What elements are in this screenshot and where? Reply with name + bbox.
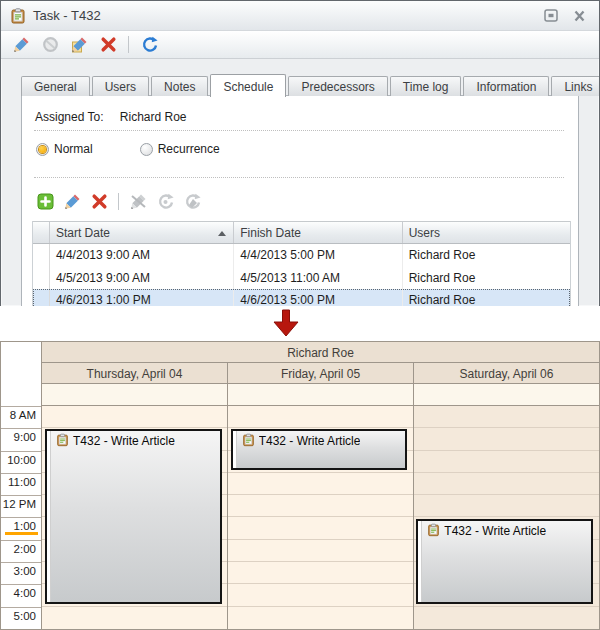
- allday-cell[interactable]: [414, 384, 599, 406]
- assigned-to-label: Assigned To:: [35, 110, 104, 124]
- radio-recurrence[interactable]: Recurrence: [140, 142, 220, 156]
- scheduler-day-view: 8 AM9:0010:0011:0012 PM1:002:003:004:005…: [0, 341, 600, 630]
- time-slot-cell[interactable]: [414, 495, 599, 517]
- day-column: Friday, April 05: [227, 363, 413, 629]
- column-header-label: Users: [409, 226, 440, 240]
- time-slot-cell[interactable]: [228, 495, 413, 517]
- column-header-users[interactable]: Users: [403, 222, 570, 243]
- tab-links[interactable]: Links: [551, 76, 600, 96]
- appointment[interactable]: T432 - Write Article: [416, 519, 593, 604]
- delete-button[interactable]: [98, 35, 118, 55]
- cancel-button[interactable]: [40, 35, 60, 55]
- edit-icon: [13, 36, 30, 53]
- edit-recurrence-icon: [184, 193, 201, 210]
- allday-cell[interactable]: [228, 384, 413, 406]
- tab-time-log[interactable]: Time log: [390, 76, 462, 96]
- edit-button[interactable]: [63, 192, 81, 210]
- task-dialog-window: Task - T432 GeneralUsersNotesSchedulePre…: [0, 0, 600, 306]
- table-row[interactable]: 4/5/2013 9:00 AM4/5/2013 11:00 AMRichard…: [33, 267, 570, 290]
- radio-circle-icon: [140, 143, 153, 156]
- time-slot-cell[interactable]: [414, 428, 599, 450]
- allday-cell[interactable]: [42, 384, 227, 406]
- cell: 4/6/2013 1:00 PM: [50, 289, 234, 306]
- tab-users[interactable]: Users: [92, 76, 149, 96]
- time-slot-cell[interactable]: [228, 562, 413, 584]
- detach-icon: [130, 193, 147, 210]
- flow-down-arrow-icon: [272, 309, 300, 337]
- schedule-mode-radio-group: NormalRecurrence: [36, 142, 267, 156]
- time-ruler-label: 12 PM: [1, 495, 41, 517]
- edit-button[interactable]: [11, 35, 31, 55]
- time-ruler-label: 5:00: [1, 607, 41, 629]
- appointment[interactable]: T432 - Write Article: [45, 429, 222, 603]
- day-header: Saturday, April 06: [414, 363, 599, 384]
- appointment-label: T432 - Write Article: [444, 523, 546, 538]
- radio-label: Recurrence: [158, 142, 220, 156]
- time-slot-cell[interactable]: [42, 607, 227, 629]
- close-icon: [573, 10, 586, 22]
- radio-normal[interactable]: Normal: [36, 142, 93, 156]
- column-header-finish-date[interactable]: Finish Date: [234, 222, 402, 243]
- appointment-content: T432 - Write Article: [233, 431, 406, 448]
- day-header: Thursday, April 04: [42, 363, 227, 384]
- time-ruler-label: 8 AM: [1, 406, 41, 428]
- title-bar[interactable]: Task - T432: [1, 1, 599, 31]
- time-slot-cell[interactable]: [414, 451, 599, 473]
- time-ruler-label: 9:00: [1, 428, 41, 450]
- appointment[interactable]: T432 - Write Article: [231, 429, 408, 470]
- column-header-start-date[interactable]: Start Date: [50, 222, 234, 243]
- row-indicator-header-cell: [33, 222, 50, 243]
- column-header-label: Start Date: [56, 226, 110, 240]
- time-slot-cell[interactable]: [228, 406, 413, 428]
- time-slot-cell[interactable]: [414, 473, 599, 495]
- task-clipboard-icon: [427, 523, 440, 537]
- delete-button[interactable]: [90, 192, 108, 210]
- table-row[interactable]: 4/6/2013 1:00 PM4/6/2013 5:00 PMRichard …: [33, 289, 570, 306]
- table-row[interactable]: 4/4/2013 9:00 AM4/4/2013 5:00 PMRichard …: [33, 244, 570, 267]
- cell: 4/4/2013 5:00 PM: [234, 244, 402, 267]
- recurrence-button[interactable]: [156, 192, 174, 210]
- column-header-label: Finish Date: [240, 226, 301, 240]
- appointment-status-strip: [418, 521, 422, 602]
- time-slot-cell[interactable]: [228, 607, 413, 629]
- time-slot-cell[interactable]: [42, 406, 227, 428]
- table-body: 4/4/2013 9:00 AM4/4/2013 5:00 PMRichard …: [33, 244, 570, 306]
- appointment-status-strip: [47, 431, 51, 601]
- time-slot-cell[interactable]: [228, 540, 413, 562]
- delete-icon: [91, 193, 108, 210]
- task-clipboard-icon: [10, 8, 26, 24]
- tab-notes[interactable]: Notes: [151, 76, 208, 96]
- tab-general[interactable]: General: [21, 76, 90, 96]
- time-ruler-label: 1:00: [1, 517, 41, 539]
- tab-predecessors[interactable]: Predecessors: [288, 76, 387, 96]
- time-ruler-label: 4:00: [1, 584, 41, 606]
- time-ruler: 8 AM9:0010:0011:0012 PM1:002:003:004:005…: [1, 342, 42, 629]
- rollup-button[interactable]: [540, 7, 562, 25]
- time-slot-cell[interactable]: [228, 517, 413, 539]
- cell: 4/5/2013 9:00 AM: [50, 267, 234, 290]
- grid-toolbar: [36, 192, 201, 210]
- appointment-label: T432 - Write Article: [73, 433, 175, 448]
- time-slot-cell[interactable]: [414, 607, 599, 629]
- cancel-icon: [42, 36, 59, 53]
- tab-information[interactable]: Information: [463, 76, 549, 96]
- time-slot-cell[interactable]: [414, 406, 599, 428]
- tab-schedule[interactable]: Schedule: [210, 74, 286, 97]
- time-slot-cell[interactable]: [228, 473, 413, 495]
- sort-ascending-icon: [218, 231, 226, 236]
- add-icon: [37, 193, 54, 210]
- refresh-button[interactable]: [139, 35, 159, 55]
- window-toolbar: [1, 31, 599, 59]
- edit-task-button[interactable]: [69, 35, 89, 55]
- edit-recurrence-button[interactable]: [183, 192, 201, 210]
- add-button[interactable]: [36, 192, 54, 210]
- task-clipboard-icon: [56, 433, 69, 447]
- detach-button[interactable]: [129, 192, 147, 210]
- current-time-marker: [5, 532, 38, 535]
- radio-label: Normal: [54, 142, 93, 156]
- edit-task-icon: [71, 36, 88, 53]
- time-ruler-label: 3:00: [1, 562, 41, 584]
- close-button[interactable]: [568, 7, 590, 25]
- toolbar-separator: [118, 193, 119, 210]
- time-slot-cell[interactable]: [228, 584, 413, 606]
